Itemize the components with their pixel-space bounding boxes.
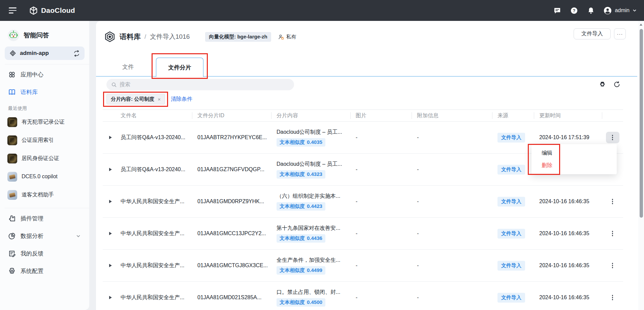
- tab-file-chunks[interactable]: 文件分片: [156, 58, 203, 77]
- chunk-content: 第十九条国家对在改善安... 文本相似度0.4436: [271, 218, 350, 249]
- sidebar-item-analytics[interactable]: 数据分析: [0, 227, 89, 245]
- tab-files[interactable]: 文件: [122, 58, 134, 76]
- file-import-button[interactable]: 文件导入: [574, 28, 611, 39]
- expand-row-icon[interactable]: [109, 200, 112, 203]
- table-header: 文件名 文件分片ID 分片内容 图片 附加信息 来源 更新时间: [103, 110, 623, 122]
- source-badge: 文件导入: [497, 165, 525, 175]
- scrollbar-up-arrow[interactable]: [640, 24, 642, 26]
- feedback-icon: [8, 250, 16, 257]
- similarity-badge: 文本相似度0.4423: [277, 202, 325, 211]
- robot-icon: [7, 29, 20, 41]
- pie-chart-icon: [8, 232, 16, 240]
- sidebar-item-corpus[interactable]: 语料库: [0, 83, 89, 101]
- sidebar-item-plugins[interactable]: 插件管理: [0, 210, 89, 227]
- breadcrumb-root[interactable]: 语料库: [120, 32, 141, 41]
- extra-info-cell: -: [412, 122, 492, 153]
- extra-info-cell: -: [412, 282, 492, 310]
- image-cell: -: [350, 218, 412, 249]
- source-cell: 文件导入: [492, 282, 534, 310]
- recent-item[interactable]: 居民身份证公证: [0, 149, 89, 167]
- chunk-content: Daocloud公司制度 – 员工... 文本相似度0.4323: [271, 154, 350, 185]
- column-expand: [103, 110, 118, 121]
- close-icon[interactable]: ×: [158, 97, 161, 102]
- source-badge: 文件导入: [497, 261, 525, 271]
- source-cell: 文件导入: [492, 122, 534, 153]
- search-input[interactable]: [120, 82, 275, 88]
- sidebar-item-app-center[interactable]: 应用中心: [0, 66, 89, 83]
- book-icon: [8, 88, 16, 96]
- sidebar-item-label: 语料库: [21, 88, 38, 96]
- source-badge: 文件导入: [497, 229, 525, 239]
- more-actions-button[interactable]: ···: [614, 28, 626, 39]
- file-name: 员工问答Q&A-v13-20240...: [118, 122, 192, 153]
- row-menu-button[interactable]: [606, 196, 619, 207]
- chunk-id: 01JAA81GZ7NGFVDQGP...: [192, 154, 271, 185]
- filter-chip[interactable]: 分片内容: 公司制度 ×: [106, 94, 165, 104]
- file-name: 中华人民共和国安全生产...: [118, 218, 192, 249]
- expand-row-icon[interactable]: [109, 136, 112, 139]
- source-badge: 文件导入: [497, 133, 525, 143]
- file-name: 员工问答Q&A-v13-20240...: [118, 154, 192, 185]
- refresh-icon[interactable]: [613, 81, 620, 88]
- breadcrumb-current: 文件导入1016: [150, 32, 190, 41]
- table-row: 中华人民共和国安全生产... 01JAA81GMCTGJ8GX3CE... 全生…: [103, 250, 623, 282]
- chunk-content: 口。禁止占用、锁闭、封... 文本相似度0.4500: [271, 282, 350, 310]
- user-name: admin: [615, 7, 630, 13]
- expand-row-icon[interactable]: [109, 168, 112, 171]
- similarity-badge: 文本相似度0.4035: [277, 138, 325, 147]
- recent-item[interactable]: 道客文档助手: [0, 186, 89, 204]
- row-menu-button[interactable]: [606, 260, 619, 271]
- updated-time: 2024-10-16 16:46:35: [534, 250, 602, 281]
- swap-icon[interactable]: [73, 50, 80, 57]
- scrollbar-thumb[interactable]: [640, 29, 643, 218]
- messages-icon[interactable]: [553, 6, 561, 14]
- workspace-selector[interactable]: admin-app: [5, 46, 85, 60]
- expand-row-icon[interactable]: [109, 232, 112, 235]
- seal-app-icon: [7, 154, 17, 163]
- gear-icon[interactable]: [599, 81, 606, 88]
- sidebar-item-settings[interactable]: 系统配置: [0, 262, 89, 280]
- extra-info-cell: -: [412, 186, 492, 217]
- chunk-content: 全生产条件，加强安全生... 文本相似度0.4499: [271, 250, 350, 281]
- file-name: 中华人民共和国安全生产...: [118, 282, 192, 310]
- chunk-id: 01JAA81GMCC13JPC2Y2...: [192, 218, 271, 249]
- notifications-icon[interactable]: [587, 6, 595, 14]
- recent-item[interactable]: 有无犯罪记录公证: [0, 113, 89, 131]
- topbar: DaoCloud ? admin: [0, 0, 644, 21]
- row-menu-button[interactable]: [606, 228, 619, 239]
- source-cell: 文件导入: [492, 154, 534, 185]
- expand-row-icon[interactable]: [109, 264, 112, 267]
- user-menu[interactable]: admin: [604, 6, 637, 14]
- column-header: 来源: [492, 110, 534, 121]
- row-menu-button[interactable]: [606, 132, 619, 143]
- column-actions: [602, 110, 623, 121]
- app-thumb-icon: [7, 190, 17, 200]
- help-icon[interactable]: ?: [570, 6, 578, 14]
- daocloud-logo-icon: [29, 6, 38, 15]
- table-tools: [599, 81, 620, 88]
- chunk-id: 01JAA81GMD021S285A...: [192, 282, 271, 310]
- clear-filters-link[interactable]: 清除条件: [171, 94, 192, 104]
- scrollbar[interactable]: [638, 21, 644, 310]
- sidebar-item-feedback[interactable]: 我的反馈: [0, 245, 89, 262]
- topbar-right: ? admin: [553, 0, 637, 21]
- menu-item-edit[interactable]: 编辑: [532, 147, 617, 159]
- breadcrumb: 语料库 / 文件导入1016 向量化模型: bge-large-zh 私有: [104, 31, 296, 42]
- table-row: 中华人民共和国安全生产... 01JAA81GMD021S285A... 口。禁…: [103, 282, 623, 310]
- chunk-content-text: Daocloud公司制度 – 员工...: [277, 161, 342, 168]
- source-cell: 文件导入: [492, 186, 534, 217]
- recent-item[interactable]: DCE5.0 copilot: [0, 167, 89, 186]
- svg-text:?: ?: [573, 8, 575, 13]
- recent-item[interactable]: 公证应用索引: [0, 131, 89, 149]
- similarity-badge: 文本相似度0.4323: [277, 170, 325, 179]
- divider: [5, 64, 89, 64]
- row-menu-button[interactable]: [606, 292, 619, 303]
- updated-time: 2024-10-16 16:46:35: [534, 218, 602, 249]
- divider: [5, 208, 89, 208]
- menu-item-delete[interactable]: 删除: [532, 159, 617, 172]
- file-name: 中华人民共和国安全生产...: [118, 250, 192, 281]
- brand: DaoCloud: [29, 6, 75, 15]
- expand-row-icon[interactable]: [109, 296, 112, 299]
- hamburger-icon[interactable]: [9, 7, 17, 13]
- column-header: 文件分片ID: [192, 110, 271, 121]
